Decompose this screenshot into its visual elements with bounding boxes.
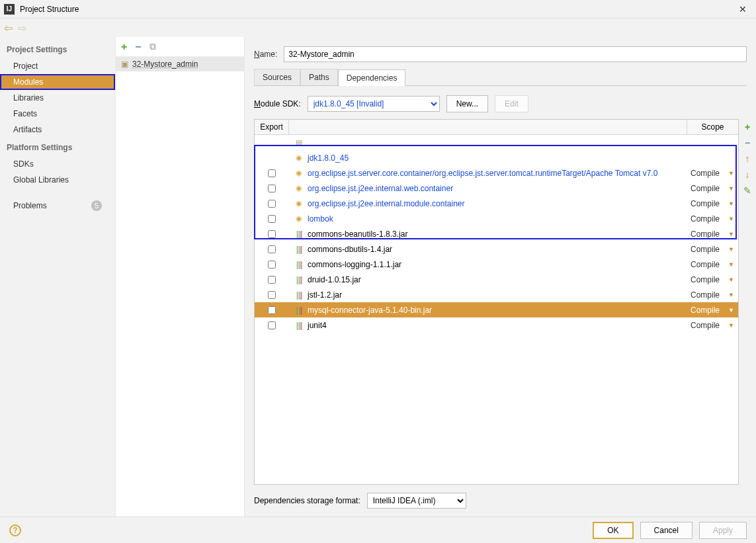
nav-global-libraries[interactable]: Global Libraries: [0, 172, 115, 188]
col-scope[interactable]: Scope: [687, 120, 738, 134]
tab-dependencies[interactable]: Dependencies: [338, 69, 406, 86]
dep-name: druid-1.0.15.jar: [308, 275, 361, 284]
scope-dropdown-icon[interactable]: ▼: [728, 307, 734, 313]
dep-row[interactable]: ◉lombok Compile▼: [255, 211, 738, 226]
globe-icon: ◉: [294, 153, 304, 163]
ok-button[interactable]: OK: [593, 522, 633, 539]
storage-select[interactable]: IntelliJ IDEA (.iml): [367, 493, 466, 509]
close-icon[interactable]: ✕: [734, 1, 752, 17]
export-checkbox[interactable]: [268, 291, 276, 299]
nav-artifacts[interactable]: Artifacts: [0, 122, 115, 138]
dep-row[interactable]: ||||commons-beanutils-1.8.3.jar Compile▼: [255, 226, 738, 241]
export-checkbox[interactable]: [268, 261, 276, 269]
dep-row[interactable]: ||||commons-logging-1.1.1.jar Compile▼: [255, 257, 738, 272]
dep-name: org.eclipse.jst.j2ee.internal.web.contai…: [308, 184, 453, 193]
dep-row[interactable]: ||||commons-dbutils-1.4.jar Compile▼: [255, 241, 738, 257]
right-panel: Name: Sources Paths Dependencies Module …: [245, 37, 756, 517]
dep-row[interactable]: ◉org.eclipse.jst.j2ee.internal.module.co…: [255, 196, 738, 211]
export-checkbox[interactable]: [268, 185, 276, 192]
nav-sdks[interactable]: SDKs: [0, 156, 115, 172]
dep-name: junit4: [308, 321, 327, 330]
dep-header: Export Scope: [255, 120, 738, 135]
scope-dropdown-icon[interactable]: ▼: [728, 246, 734, 253]
scope-value: Compile: [691, 245, 720, 254]
dep-name: org.eclipse.jst.server.core.container/or…: [308, 169, 657, 178]
module-name-input[interactable]: [284, 46, 747, 62]
dep-move-down-icon[interactable]: ↓: [745, 169, 750, 180]
dep-remove-icon[interactable]: −: [745, 138, 750, 148]
scope-dropdown-icon[interactable]: ▼: [728, 170, 734, 177]
storage-label: Dependencies storage format:: [254, 496, 360, 505]
footer: ? OK Cancel Apply: [0, 517, 756, 543]
scope-dropdown-icon[interactable]: ▼: [728, 261, 734, 268]
col-export[interactable]: Export: [255, 120, 289, 134]
dep-name: commons-logging-1.1.1.jar: [308, 260, 401, 269]
export-checkbox[interactable]: [268, 215, 276, 223]
scope-value: Compile: [691, 184, 720, 193]
scope-dropdown-icon[interactable]: ▼: [728, 276, 734, 283]
left-nav: Project Settings Project Modules Librari…: [0, 37, 116, 517]
nav-modules[interactable]: Modules: [0, 74, 115, 90]
export-checkbox[interactable]: [268, 200, 276, 208]
dep-row[interactable]: ||||jstl-1.2.jar Compile▼: [255, 287, 738, 302]
nav-back-icon[interactable]: ⇦: [4, 22, 13, 34]
scope-dropdown-icon[interactable]: ▼: [728, 200, 734, 207]
dep-row[interactable]: ||||druid-1.0.15.jar Compile▼: [255, 272, 738, 287]
module-copy-icon[interactable]: ⧉: [149, 41, 156, 52]
export-checkbox[interactable]: [268, 245, 276, 253]
dep-row[interactable]: ◉org.eclipse.jst.server.core.container/o…: [255, 165, 738, 181]
dep-row[interactable]: ◉org.eclipse.jst.j2ee.internal.web.conta…: [255, 181, 738, 196]
scope-dropdown-icon[interactable]: ▼: [728, 185, 734, 192]
dep-row[interactable]: ||||junit4 Compile▼: [255, 317, 738, 333]
export-checkbox[interactable]: [268, 276, 276, 284]
nav-row: ⇦ ⇨: [0, 19, 756, 37]
help-icon[interactable]: ?: [9, 524, 21, 536]
export-checkbox[interactable]: [268, 321, 276, 329]
globe-icon: ◉: [294, 214, 304, 224]
nav-forward-icon[interactable]: ⇨: [18, 22, 26, 34]
dep-body: ▤ ◉jdk1.8.0_45 ◉org.eclipse.jst.server.c…: [255, 135, 738, 484]
nav-libraries[interactable]: Libraries: [0, 90, 115, 106]
dep-name: org.eclipse.jst.j2ee.internal.module.con…: [308, 199, 464, 208]
apply-button: Apply: [699, 522, 747, 539]
dep-name: mysql-connector-java-5.1.40-bin.jar: [308, 306, 432, 315]
dep-add-icon[interactable]: +: [745, 122, 750, 132]
dep-edit-icon[interactable]: ✎: [743, 185, 751, 196]
scope-value: Compile: [691, 214, 720, 224]
app-icon: IJ: [4, 4, 15, 15]
scope-value: Compile: [691, 199, 720, 208]
scope-dropdown-icon[interactable]: ▼: [728, 292, 734, 298]
module-entry[interactable]: ▣ 32-Mystore_admin: [116, 57, 244, 71]
scope-dropdown-icon[interactable]: ▼: [728, 231, 734, 237]
module-entry-label: 32-Mystore_admin: [132, 60, 198, 69]
module-list-panel: + − ⧉ ▣ 32-Mystore_admin: [116, 37, 245, 517]
export-checkbox[interactable]: [268, 169, 276, 177]
titlebar: IJ Project Structure ✕: [0, 0, 756, 19]
dep-move-up-icon[interactable]: ↑: [745, 153, 750, 164]
cancel-button[interactable]: Cancel: [640, 522, 693, 539]
sdk-select[interactable]: jdk1.8.0_45 [Invalid]: [308, 96, 440, 112]
module-add-icon[interactable]: +: [121, 41, 127, 53]
dep-row[interactable]: ▤: [255, 135, 738, 150]
module-remove-icon[interactable]: −: [135, 41, 141, 53]
export-checkbox[interactable]: [268, 306, 276, 314]
scope-dropdown-icon[interactable]: ▼: [728, 216, 734, 222]
dep-side-tools: + − ↑ ↓ ✎: [739, 119, 756, 485]
sdk-new-button[interactable]: New...: [446, 95, 488, 112]
scope-value: Compile: [691, 260, 720, 269]
dep-name: commons-beanutils-1.8.3.jar: [308, 230, 407, 239]
dep-row[interactable]: ||||mysql-connector-java-5.1.40-bin.jar …: [255, 302, 738, 317]
dep-name: commons-dbutils-1.4.jar: [308, 245, 392, 254]
window-title: Project Structure: [20, 5, 79, 14]
tab-sources[interactable]: Sources: [254, 69, 300, 86]
nav-problems[interactable]: Problems 5: [0, 197, 115, 214]
library-icon: ||||: [294, 275, 304, 284]
export-checkbox[interactable]: [268, 230, 276, 238]
tab-paths[interactable]: Paths: [300, 69, 338, 86]
nav-facets[interactable]: Facets: [0, 106, 115, 122]
scope-value: Compile: [691, 321, 720, 330]
scope-dropdown-icon[interactable]: ▼: [728, 322, 734, 329]
dep-row[interactable]: ◉jdk1.8.0_45: [255, 150, 738, 165]
nav-project[interactable]: Project: [0, 58, 115, 74]
sdk-label: Module SDK:: [254, 99, 301, 108]
